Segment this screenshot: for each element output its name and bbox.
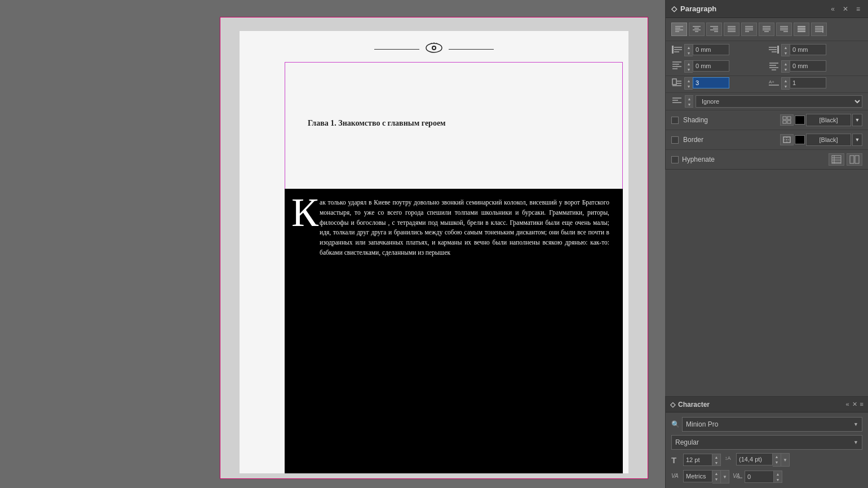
paragraph-collapse-btn[interactable]: « [829,5,837,14]
chapter-title: Глава 1. Знакомство с главным героем [285,63,622,139]
shading-color-arrow[interactable]: ▼ [852,114,862,126]
auto-lead-field[interactable] [790,77,826,88]
auto-lead-spin: ▲ ▼ [781,77,826,90]
font-size-up[interactable]: ▲ [712,454,720,460]
paragraph-close-btn[interactable]: ✕ [840,5,851,14]
border-checkbox[interactable] [671,136,679,144]
svg-rect-83 [855,156,859,163]
align-dropdown-down[interactable]: ▼ [685,101,693,107]
font-size-spin: ▲ ▼ [683,454,721,466]
space-before-down[interactable]: ▼ [685,66,693,72]
header-line-right [449,49,494,50]
input-grid-2: ▲ ▼ ▲ ▼ [666,59,868,76]
align-justify-btn[interactable] [724,23,739,36]
space-before-field[interactable] [693,60,729,72]
align-right-btn[interactable] [706,23,722,36]
left-indent-row: ▲ ▼ [671,44,765,56]
paragraph-menu-btn[interactable]: ≡ [854,5,862,14]
kerning-up[interactable]: ▲ [712,471,720,476]
leading-group: ↕A ▲ ▼ ▼ [724,453,790,467]
kerning-dd-arrow[interactable]: ▼ [721,470,729,483]
font-size-icon: T [671,455,681,465]
drop-cap-up[interactable]: ▲ [685,78,693,83]
align-justify-last-center-btn[interactable] [759,23,774,36]
space-after-field[interactable] [790,60,826,72]
drop-cap-down[interactable]: ▼ [685,83,693,89]
align-center-btn[interactable] [689,23,705,36]
align-justify-last-right-btn[interactable] [776,23,792,36]
font-size-field[interactable] [683,454,712,466]
right-indent-field[interactable] [790,44,826,55]
leading-field[interactable] [736,453,773,465]
border-color-label[interactable]: [Black] [806,134,851,146]
font-size-down[interactable]: ▼ [712,460,720,465]
page-frame: Глава 1. Знакомство с главным героем К а… [220,17,648,479]
font-style-dropdown[interactable]: Regular ▼ [671,435,862,450]
kerning-field[interactable] [683,470,712,482]
alignment-row [666,18,868,41]
font-style-chevron: ▼ [853,440,858,445]
shading-color-label[interactable]: [Black] [806,114,851,126]
drop-cap-wrapper: К ак только ударял в Киеве поутру доволь… [285,189,623,267]
right-indent-spin: ▲ ▼ [781,44,826,56]
align-justify-bar-btn[interactable] [811,23,827,36]
character-panel: ◇ Character « ✕ ≡ 🔍 Minion Pro ▼ [665,396,868,488]
font-name-dropdown[interactable]: Minion Pro ▼ [682,417,862,432]
character-menu-btn[interactable]: ≡ [860,401,863,408]
hyphenate-checkbox[interactable] [671,156,679,163]
border-grid-icon[interactable] [780,134,794,145]
left-indent-field[interactable] [693,44,729,55]
hyphenate-list-icon[interactable] [829,153,844,166]
auto-lead-up[interactable]: ▲ [782,78,790,83]
shading-color-dropdown: [Black] ▼ [780,114,862,126]
auto-lead-down[interactable]: ▼ [782,83,790,89]
right-indent-icon [768,45,780,56]
tracking-down[interactable]: ▼ [774,477,782,482]
input-grid-3: ▲ ▼ A+ ▲ ▼ [666,76,868,92]
left-indent-up[interactable]: ▲ [685,45,693,50]
shading-checkbox[interactable] [671,117,679,124]
left-indent-down[interactable]: ▼ [685,50,693,56]
right-indent-up[interactable]: ▲ [782,45,790,50]
align-left-btn[interactable] [671,23,687,36]
tracking-field[interactable] [745,471,774,483]
align-dropdown[interactable]: Ignore Top Center Bottom Justify [696,95,862,108]
space-after-down[interactable]: ▼ [782,66,790,72]
hyphenate-row: Hyphenate [666,149,868,169]
align-dropdown-row: ▲ ▼ Ignore Top Center Bottom Justify [666,92,868,110]
leading-dd-arrow[interactable]: ▼ [781,453,790,467]
character-panel-header: ◇ Character « ✕ ≡ [666,397,868,412]
tracking-icon: VA [733,471,743,482]
tracking-arrows: ▲ ▼ [774,471,782,483]
space-after-row: ▲ ▼ [768,60,862,73]
kerning-spin: ▲ ▼ ▼ [683,470,729,483]
font-search-icon: 🔍 [671,420,680,428]
leading-down[interactable]: ▼ [773,459,781,465]
svg-rect-72 [783,121,786,123]
page-inner: Глава 1. Знакомство с главным героем К а… [240,31,628,473]
character-collapse-btn[interactable]: « [845,401,849,408]
input-grid-1: ▲ ▼ ▲ ▼ [666,41,868,59]
right-indent-down[interactable]: ▼ [782,50,790,56]
font-name-chevron: ▼ [853,422,858,427]
drop-cap-field[interactable] [693,77,729,88]
space-before-up[interactable]: ▲ [685,61,693,66]
align-dropdown-up[interactable]: ▲ [685,96,693,101]
space-after-up[interactable]: ▲ [782,61,790,66]
border-color-arrow[interactable]: ▼ [852,134,862,146]
character-panel-controls: « ✕ ≡ [845,401,863,408]
leading-icon: ↕A [724,454,734,465]
align-justify-all-btn[interactable] [794,23,809,36]
border-color-swatch [795,135,805,144]
hyphenate-cols-icon[interactable] [847,153,862,166]
paragraph-panel-title: ◇ Paragraph [671,5,716,13]
shading-row: Shading [Black] ▼ [666,110,868,130]
tracking-up[interactable]: ▲ [774,471,782,477]
character-close-btn[interactable]: ✕ [852,401,857,408]
kerning-down[interactable]: ▼ [712,476,720,482]
character-diamond-icon: ◇ [670,401,675,409]
leading-up[interactable]: ▲ [773,454,781,459]
align-justify-last-left-btn[interactable] [741,23,757,36]
font-name-label: Minion Pro [686,420,853,428]
shading-grid-icon[interactable] [780,114,794,126]
